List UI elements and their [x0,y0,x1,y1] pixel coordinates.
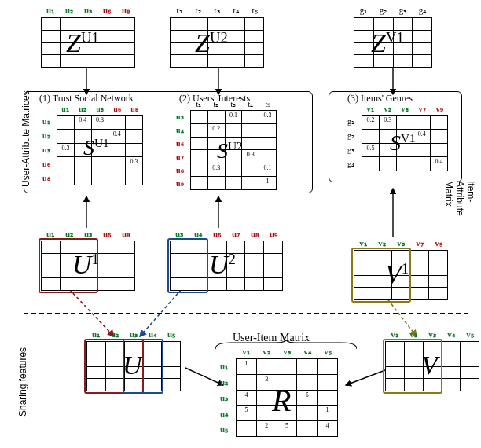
genres-caption: (3) Items' Genres [347,93,413,105]
svg-line-9 [185,368,223,385]
ZU1-grid [41,17,135,68]
sharing-label: Sharing features [17,347,28,417]
divider-line [24,313,468,314]
item-attr-label: Item-Attribute Matrix [443,181,476,216]
brace-icon [215,340,357,351]
SU1-grid: 0.40.3 0.4 0.3 0.3 [57,115,143,185]
V1-grid [354,250,448,300]
user-attr-label: User-Attribute Matrices [20,90,31,187]
ZV1-grid [354,17,432,68]
U2-grid [170,241,283,291]
trust-caption: (1) Trust Social Network [39,93,134,105]
U-grid [86,341,181,391]
diagram-canvas: u₁ u₂ u₃ u₆ u₈ ZU1 t₁t₂t₃t₄t₅ ZU2 g₁g₂g₃… [0,0,481,448]
SV1-grid: 0.20.3 0.4 0.5 0.4 [362,115,448,171]
U1-grid [41,241,135,291]
SU2-grid: 0.10.3 0.2 0.3 0.30.1 1 [190,110,277,190]
ZU2-grid [170,17,264,68]
R-grid: 1 3 45 51 254 [236,358,338,437]
V-grid [385,341,479,391]
